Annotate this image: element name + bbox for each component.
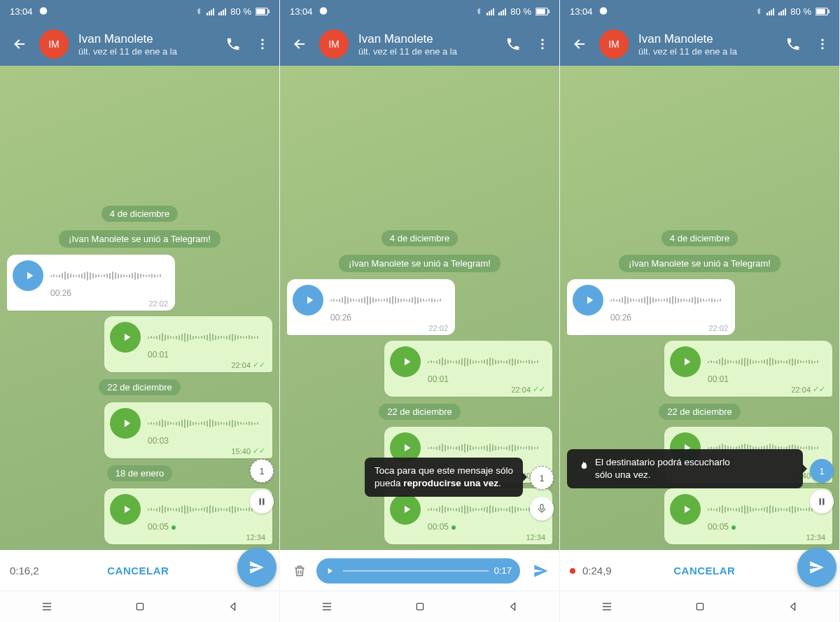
battery-icon [816,8,830,15]
avatar[interactable]: IM [319,29,349,59]
back-button[interactable] [570,34,589,54]
contact-title[interactable]: Ivan Manolete últ. vez el 11 de ene a la [638,32,774,57]
chat-area[interactable]: 4 de diciembre ¡Ivan Manolete se unió a … [560,66,839,550]
contact-last-seen: últ. vez el 11 de ene a la [638,46,774,57]
messenger-icon [38,6,48,16]
battery-text: 80 % [790,6,811,17]
message-time: 15:40✓✓ [231,446,265,455]
view-once-toggle[interactable]: 1 [530,466,554,490]
contact-last-seen: últ. vez el 11 de ene a la [78,46,214,57]
voice-message-out[interactable]: 00:03 15:40✓✓ [7,402,272,458]
nav-recents-button[interactable] [596,596,617,617]
svg-point-4 [261,39,263,41]
nav-home-button[interactable] [690,596,710,617]
voice-message-in[interactable]: 00:26 22:02 [567,279,832,335]
signal-icon-2 [498,7,506,15]
voice-duration: 00:05 [708,522,825,532]
message-time: 22:04✓✓ [511,385,545,394]
send-button[interactable] [237,548,276,587]
call-button[interactable] [503,34,523,54]
nav-recents-button[interactable] [36,596,57,617]
chat-header: IM Ivan Manolete últ. vez el 11 de ene a… [280,22,559,66]
play-button[interactable] [293,285,323,316]
battery-text: 80 % [510,6,531,17]
view-once-toggle[interactable]: 1 [250,459,274,483]
chat-area[interactable]: 4 de diciembre ¡Ivan Manolete se unió a … [280,66,559,550]
menu-button[interactable] [533,34,552,54]
bluetooth-icon [475,6,482,16]
menu-button[interactable] [253,34,272,54]
svg-rect-28 [696,603,703,609]
svg-point-5 [261,43,263,45]
voice-message-in[interactable]: 00:26 22:02 [287,279,552,335]
nav-recents-button[interactable] [316,596,337,617]
svg-rect-8 [262,498,264,504]
back-button[interactable] [10,34,29,54]
avatar[interactable]: IM [599,29,629,59]
pause-recording-button[interactable] [810,490,834,514]
voice-message-out[interactable]: 00:05 12:34 [567,488,832,544]
date-separator: 22 de diciembre [99,379,181,395]
recording-indicator-icon [570,568,575,574]
svg-rect-26 [820,498,821,504]
nav-back-button[interactable] [783,596,804,617]
play-button[interactable] [13,260,43,291]
battery-icon [536,8,550,15]
avatar[interactable]: IM [39,29,69,59]
bluetooth-icon [195,6,202,16]
play-button[interactable] [670,346,701,377]
signal-icon-1 [206,7,214,15]
nav-home-button[interactable] [410,596,430,617]
voice-preview-player[interactable]: 0:17 [316,558,520,584]
play-button[interactable] [390,346,421,377]
preview-play-button[interactable] [322,563,337,579]
call-button[interactable] [783,34,803,54]
voice-input-toggle[interactable] [530,497,554,521]
play-button[interactable] [110,408,141,439]
play-button[interactable] [110,322,141,353]
view-once-toggle-active[interactable]: 1 [810,459,834,483]
svg-rect-21 [816,8,825,14]
voice-message-in[interactable]: 00:26 22:02 [7,255,272,311]
contact-title[interactable]: Ivan Manolete últ. vez el 11 de ene a la [358,32,493,57]
waveform [428,439,545,457]
nav-home-button[interactable] [130,596,150,617]
chat-area[interactable]: 4 de diciembre ¡Ivan Manolete se unió a … [0,66,279,550]
voice-message-out[interactable]: 00:05 12:34 [287,488,552,544]
send-button[interactable] [797,548,836,587]
pause-recording-button[interactable] [250,490,274,514]
voice-duration: 00:05 [428,522,545,532]
svg-rect-18 [416,603,423,609]
contact-title[interactable]: Ivan Manolete últ. vez el 11 de ene a la [78,32,214,57]
nav-back-button[interactable] [223,596,244,617]
waveform [708,500,825,518]
status-time: 13:04 [570,6,593,17]
cancel-button[interactable]: CANCELAR [46,565,230,577]
waveform [148,414,265,432]
message-time: 12:34 [806,533,825,542]
play-button[interactable] [573,285,603,316]
voice-message-out[interactable]: 00:05 12:34 [7,488,272,544]
send-button[interactable] [527,562,555,580]
call-button[interactable] [223,34,243,54]
back-button[interactable] [290,34,309,54]
svg-point-14 [541,39,543,41]
delete-recording-button[interactable] [290,564,309,578]
message-time: 22:04✓✓ [791,385,825,394]
recording-timer: 0:16,2 [10,565,39,577]
nav-back-button[interactable] [503,596,524,617]
read-checks-icon: ✓✓ [253,360,265,369]
play-button[interactable] [390,494,421,525]
voice-duration: 00:01 [428,374,545,384]
play-button[interactable] [670,494,701,525]
voice-message-out[interactable]: 00:01 22:04✓✓ [567,341,832,397]
contact-name: Ivan Manolete [638,32,774,46]
screenshot-2: 13:04 80 % IM Ivan Manolete últ. vez el … [280,0,560,622]
preview-track[interactable] [343,570,489,572]
recording-bar: 0:16,2 CANCELAR [0,550,279,591]
menu-button[interactable] [813,34,832,54]
voice-message-out[interactable]: 00:01 22:04✓✓ [287,341,552,397]
play-button[interactable] [110,494,141,525]
cancel-button[interactable]: CANCELAR [619,565,790,577]
voice-message-out[interactable]: 00:01 22:04✓✓ [7,316,272,372]
